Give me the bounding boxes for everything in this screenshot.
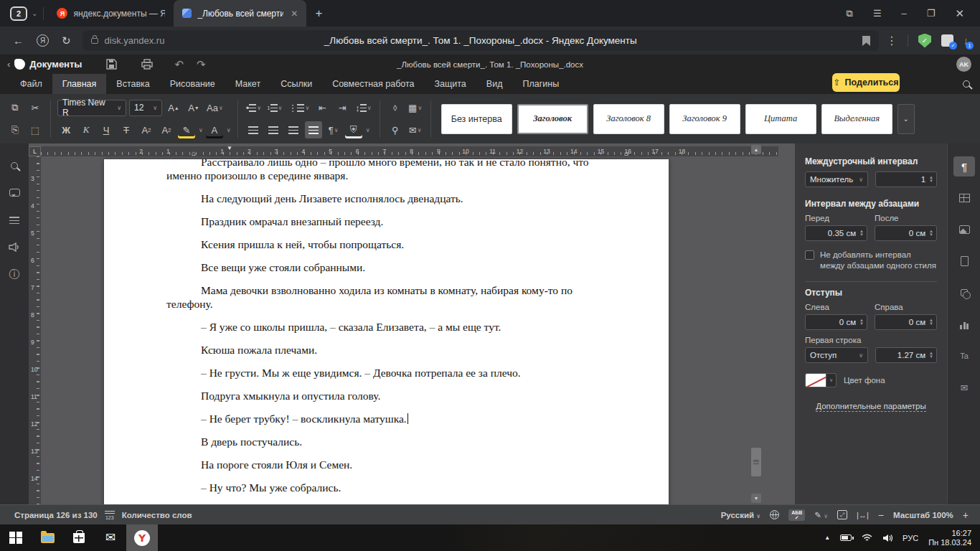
language-select[interactable]: Русский ∨ <box>721 511 761 519</box>
brand-title[interactable]: Документы <box>29 59 82 70</box>
avatar[interactable]: AK <box>956 57 971 72</box>
vertical-scrollbar[interactable]: ▲ ▼ <box>750 143 763 504</box>
extension-icon[interactable]: ✓ <box>941 34 953 47</box>
share-button[interactable]: ⇧ Поделиться <box>832 73 900 92</box>
format-painter-button[interactable]: ⚲ <box>387 121 404 138</box>
bold-button[interactable]: Ж <box>57 121 75 138</box>
tab-count-badge[interactable]: 2 <box>10 6 27 21</box>
background-color-caret-icon[interactable]: ∨ <box>826 373 837 387</box>
save-button[interactable] <box>106 59 117 70</box>
battery-icon[interactable] <box>840 534 852 541</box>
bookmark-icon[interactable] <box>862 36 870 46</box>
start-button[interactable] <box>0 524 32 551</box>
line-spacing-button[interactable]: ↕∨ <box>354 99 372 116</box>
highlight-caret-icon[interactable]: ∨ <box>199 127 203 133</box>
mail-merge-button[interactable]: ✉∨ <box>407 121 424 138</box>
font-color-caret-icon[interactable]: ∨ <box>227 127 231 133</box>
zoom-in-button[interactable]: + <box>963 509 969 521</box>
browser-tab-yandex-docs-home[interactable]: Я яндекс.документы — Янд <box>48 0 174 27</box>
text-art-settings-tab[interactable]: Ta <box>953 346 975 366</box>
shape-settings-tab[interactable] <box>953 283 975 303</box>
word-count-icon[interactable]: 123 <box>105 511 115 519</box>
styles-gallery-expand-icon[interactable]: ⌄ <box>897 104 915 134</box>
wifi-icon[interactable] <box>862 534 872 542</box>
microsoft-store-icon[interactable] <box>63 524 95 551</box>
url-field[interactable]: disk.yandex.ru _Любовь всей смерти_. Том… <box>83 30 879 51</box>
style-card[interactable]: Цитата <box>745 104 816 134</box>
mail-app-icon[interactable]: ✉ <box>95 524 126 551</box>
superscript-button[interactable]: A2 <box>138 121 155 138</box>
volume-icon[interactable] <box>882 534 892 542</box>
zoom-level[interactable]: Масштаб 100% <box>893 511 953 519</box>
globe-icon[interactable] <box>770 510 779 519</box>
table-settings-tab[interactable] <box>953 188 975 208</box>
downloads-icon[interactable]: ↓1 <box>963 35 969 47</box>
shading-button[interactable]: ⛨ <box>345 121 362 138</box>
menu-tab[interactable]: Главная <box>52 74 107 94</box>
menu-tab[interactable]: Ссылки <box>270 74 322 94</box>
tab-stop-selector[interactable]: L <box>29 146 41 156</box>
align-right-button[interactable] <box>285 121 302 138</box>
search-icon[interactable] <box>11 159 18 171</box>
url-host[interactable]: disk.yandex.ru <box>105 35 165 46</box>
style-card[interactable]: Заголовок 8 <box>593 104 664 134</box>
panels-icon[interactable]: ⧉ <box>847 8 853 19</box>
spacing-before-stepper[interactable]: 0.35 см▲▼ <box>805 225 867 241</box>
subscript-button[interactable]: A2 <box>158 121 175 138</box>
lock-icon[interactable] <box>91 38 98 44</box>
input-language-indicator[interactable]: РУС <box>903 534 918 542</box>
spellcheck-toggle[interactable]: АБВ✓ <box>788 509 805 521</box>
browser-menu-icon[interactable]: ☰ <box>873 8 882 19</box>
multilevel-list-button[interactable]: ⋮∨ <box>286 99 311 116</box>
new-tab-button[interactable]: + <box>315 6 322 21</box>
info-icon[interactable]: ⓘ <box>9 268 20 281</box>
style-card[interactable]: Заголовок <box>517 104 588 134</box>
header-search-icon[interactable] <box>963 77 970 90</box>
close-window-button[interactable]: ✕ <box>955 7 964 20</box>
line-spacing-value-stepper[interactable]: 1▲▼ <box>875 171 937 187</box>
menu-tab[interactable]: Плагины <box>512 74 569 94</box>
back-chevron-icon[interactable]: ‹ <box>7 59 10 70</box>
scroll-up-icon[interactable]: ▲ <box>751 145 761 154</box>
clear-formatting-button[interactable]: ⬨ <box>387 99 404 116</box>
copy-button[interactable]: ⧉ <box>6 99 24 116</box>
advanced-settings-link[interactable]: Дополнительные параметры <box>805 402 937 410</box>
fit-width-icon[interactable]: |↔| <box>857 511 869 519</box>
font-name-select[interactable]: Times New R∨ <box>57 100 126 116</box>
minimize-button[interactable]: – <box>902 8 907 19</box>
indent-right-stepper[interactable]: 0 см▲▼ <box>875 314 937 330</box>
font-size-select[interactable]: 12∨ <box>129 100 162 116</box>
style-card[interactable]: Заголовок 9 <box>669 104 740 134</box>
comments-icon[interactable] <box>9 187 20 199</box>
font-color-button[interactable]: А <box>206 121 223 138</box>
justify-button[interactable] <box>305 121 322 138</box>
first-line-indent-marker[interactable]: ▼ <box>227 145 232 152</box>
table-shading-button[interactable]: ▦∨ <box>407 99 424 116</box>
align-center-button[interactable] <box>265 121 282 138</box>
highlight-color-button[interactable]: ✎ <box>178 121 195 138</box>
page-indicator[interactable]: Страница 126 из 130 <box>14 511 98 519</box>
clock[interactable]: 16:27 Пн 18.03.24 <box>928 529 971 547</box>
spacing-after-stepper[interactable]: 0 см▲▼ <box>875 225 937 241</box>
redo-button[interactable]: ↷ <box>197 58 206 71</box>
paragraph-marks-button[interactable]: ¶∨ <box>325 121 342 138</box>
underline-button[interactable]: Ч <box>98 121 115 138</box>
align-left-button[interactable] <box>245 121 262 138</box>
image-settings-tab[interactable] <box>953 220 975 240</box>
italic-button[interactable]: K <box>77 121 95 138</box>
close-tab-icon[interactable]: ✕ <box>291 9 298 19</box>
background-color-swatch[interactable] <box>805 373 826 387</box>
style-card[interactable]: Без интерва <box>441 104 512 134</box>
back-button[interactable]: ← <box>13 34 24 47</box>
first-line-mode-select[interactable]: Отступ∨ <box>805 347 868 363</box>
increase-indent-button[interactable]: ⇥ <box>334 99 351 116</box>
style-card[interactable]: Выделенная <box>821 104 892 134</box>
yandex-home-icon[interactable]: Я <box>37 34 49 47</box>
menu-tab[interactable]: Совместная работа <box>322 74 424 94</box>
line-spacing-mode-select[interactable]: Множитель∨ <box>805 171 868 187</box>
menu-tab[interactable]: Вставка <box>106 74 159 94</box>
document-page[interactable]: Расстраивало лишь одно – прошло много вр… <box>104 159 669 504</box>
menu-tab[interactable]: Макет <box>225 74 270 94</box>
track-changes-icon[interactable]: ✎ ∨ <box>814 510 828 520</box>
decrease-font-button[interactable]: A▼ <box>185 99 202 116</box>
